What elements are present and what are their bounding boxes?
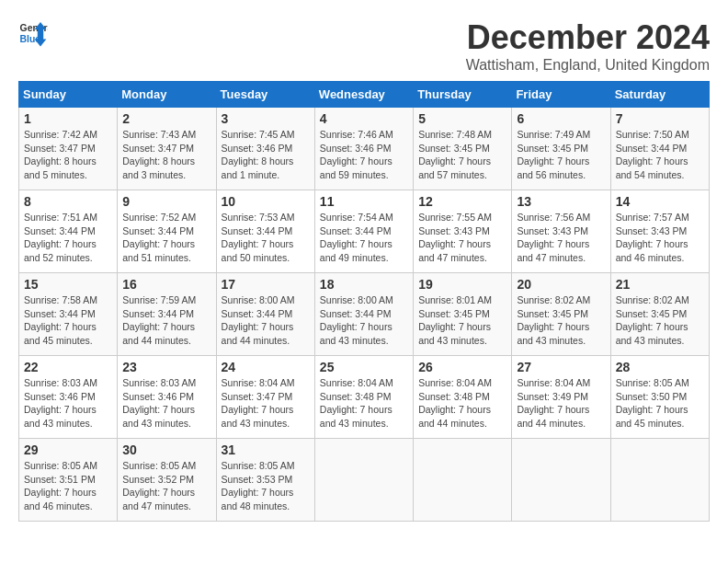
- calendar-cell: 19Sunrise: 8:01 AMSunset: 3:45 PMDayligh…: [414, 273, 512, 356]
- week-row-1: 1Sunrise: 7:42 AMSunset: 3:47 PMDaylight…: [19, 108, 710, 190]
- day-header-saturday: Saturday: [610, 82, 709, 108]
- day-number: 3: [222, 111, 310, 126]
- calendar-cell: [314, 439, 413, 522]
- day-info: Sunrise: 8:04 AMSunset: 3:48 PMDaylight:…: [320, 376, 408, 431]
- day-info: Sunrise: 7:59 AMSunset: 3:44 PMDaylight:…: [122, 293, 210, 348]
- calendar-cell: 25Sunrise: 8:04 AMSunset: 3:48 PMDayligh…: [314, 356, 413, 439]
- calendar-cell: 24Sunrise: 8:04 AMSunset: 3:47 PMDayligh…: [216, 356, 314, 439]
- week-row-4: 22Sunrise: 8:03 AMSunset: 3:46 PMDayligh…: [19, 356, 710, 439]
- day-info: Sunrise: 8:02 AMSunset: 3:45 PMDaylight:…: [616, 293, 704, 348]
- calendar-cell: 1Sunrise: 7:42 AMSunset: 3:47 PMDaylight…: [19, 108, 118, 190]
- day-header-thursday: Thursday: [414, 82, 512, 108]
- calendar-cell: 31Sunrise: 8:05 AMSunset: 3:53 PMDayligh…: [216, 439, 314, 522]
- day-number: 12: [418, 194, 506, 209]
- day-number: 18: [320, 277, 408, 292]
- month-title: December 2024: [466, 18, 710, 57]
- day-info: Sunrise: 8:05 AMSunset: 3:52 PMDaylight:…: [122, 459, 210, 513]
- day-info: Sunrise: 8:03 AMSunset: 3:46 PMDaylight:…: [24, 376, 112, 431]
- day-number: 6: [517, 111, 605, 126]
- day-info: Sunrise: 8:05 AMSunset: 3:53 PMDaylight:…: [222, 459, 310, 513]
- day-number: 27: [517, 360, 605, 374]
- calendar-cell: 11Sunrise: 7:54 AMSunset: 3:44 PMDayligh…: [314, 190, 413, 273]
- day-info: Sunrise: 7:46 AMSunset: 3:46 PMDaylight:…: [320, 128, 408, 182]
- calendar-cell: 6Sunrise: 7:49 AMSunset: 3:45 PMDaylight…: [512, 108, 610, 190]
- day-number: 13: [517, 194, 605, 209]
- day-number: 22: [24, 360, 112, 374]
- day-number: 16: [122, 277, 210, 292]
- calendar-cell: 14Sunrise: 7:57 AMSunset: 3:43 PMDayligh…: [610, 190, 709, 273]
- week-row-3: 15Sunrise: 7:58 AMSunset: 3:44 PMDayligh…: [19, 273, 710, 356]
- calendar-cell: 4Sunrise: 7:46 AMSunset: 3:46 PMDaylight…: [314, 108, 413, 190]
- day-header-sunday: Sunday: [19, 82, 118, 108]
- day-info: Sunrise: 8:00 AMSunset: 3:44 PMDaylight:…: [222, 293, 310, 348]
- day-number: 14: [616, 194, 704, 209]
- day-number: 29: [24, 442, 112, 457]
- calendar-cell: [414, 439, 512, 522]
- day-number: 25: [320, 360, 408, 374]
- day-info: Sunrise: 7:55 AMSunset: 3:43 PMDaylight:…: [418, 211, 506, 265]
- day-info: Sunrise: 7:48 AMSunset: 3:45 PMDaylight:…: [418, 128, 506, 182]
- day-number: 26: [418, 360, 506, 374]
- logo-icon: General Blue: [18, 18, 48, 48]
- day-number: 30: [122, 442, 210, 457]
- logo: General Blue: [18, 18, 48, 48]
- calendar-table: SundayMondayTuesdayWednesdayThursdayFrid…: [18, 81, 710, 522]
- calendar-cell: 28Sunrise: 8:05 AMSunset: 3:50 PMDayligh…: [610, 356, 709, 439]
- calendar-cell: 15Sunrise: 7:58 AMSunset: 3:44 PMDayligh…: [19, 273, 118, 356]
- location-subtitle: Wattisham, England, United Kingdom: [466, 57, 710, 74]
- day-number: 15: [24, 277, 112, 292]
- calendar-cell: 17Sunrise: 8:00 AMSunset: 3:44 PMDayligh…: [216, 273, 314, 356]
- day-number: 28: [616, 360, 704, 374]
- calendar-cell: 30Sunrise: 8:05 AMSunset: 3:52 PMDayligh…: [118, 439, 216, 522]
- calendar-cell: 26Sunrise: 8:04 AMSunset: 3:48 PMDayligh…: [414, 356, 512, 439]
- calendar-cell: [610, 439, 709, 522]
- day-header-friday: Friday: [512, 82, 610, 108]
- day-info: Sunrise: 7:54 AMSunset: 3:44 PMDaylight:…: [320, 211, 408, 265]
- day-info: Sunrise: 7:49 AMSunset: 3:45 PMDaylight:…: [517, 128, 605, 182]
- calendar-cell: 13Sunrise: 7:56 AMSunset: 3:43 PMDayligh…: [512, 190, 610, 273]
- calendar-cell: 21Sunrise: 8:02 AMSunset: 3:45 PMDayligh…: [610, 273, 709, 356]
- day-number: 17: [222, 277, 310, 292]
- day-number: 10: [222, 194, 310, 209]
- day-info: Sunrise: 8:04 AMSunset: 3:48 PMDaylight:…: [418, 376, 506, 431]
- day-number: 31: [222, 442, 310, 457]
- day-info: Sunrise: 8:00 AMSunset: 3:44 PMDaylight:…: [320, 293, 408, 348]
- week-row-2: 8Sunrise: 7:51 AMSunset: 3:44 PMDaylight…: [19, 190, 710, 273]
- calendar-cell: 29Sunrise: 8:05 AMSunset: 3:51 PMDayligh…: [19, 439, 118, 522]
- day-info: Sunrise: 7:50 AMSunset: 3:44 PMDaylight:…: [616, 128, 704, 182]
- day-info: Sunrise: 7:56 AMSunset: 3:43 PMDaylight:…: [517, 211, 605, 265]
- day-info: Sunrise: 7:53 AMSunset: 3:44 PMDaylight:…: [222, 211, 310, 265]
- day-header-monday: Monday: [118, 82, 216, 108]
- calendar-cell: 9Sunrise: 7:52 AMSunset: 3:44 PMDaylight…: [118, 190, 216, 273]
- day-info: Sunrise: 8:05 AMSunset: 3:50 PMDaylight:…: [616, 376, 704, 431]
- calendar-cell: 5Sunrise: 7:48 AMSunset: 3:45 PMDaylight…: [414, 108, 512, 190]
- day-header-wednesday: Wednesday: [314, 82, 413, 108]
- day-number: 21: [616, 277, 704, 292]
- day-info: Sunrise: 7:52 AMSunset: 3:44 PMDaylight:…: [122, 211, 210, 265]
- day-number: 23: [122, 360, 210, 374]
- calendar-cell: [512, 439, 610, 522]
- week-row-5: 29Sunrise: 8:05 AMSunset: 3:51 PMDayligh…: [19, 439, 710, 522]
- day-number: 20: [517, 277, 605, 292]
- calendar-cell: 7Sunrise: 7:50 AMSunset: 3:44 PMDaylight…: [610, 108, 709, 190]
- day-number: 7: [616, 111, 704, 126]
- day-number: 4: [320, 111, 408, 126]
- day-number: 1: [24, 111, 112, 126]
- day-number: 5: [418, 111, 506, 126]
- calendar-cell: 22Sunrise: 8:03 AMSunset: 3:46 PMDayligh…: [19, 356, 118, 439]
- calendar-cell: 18Sunrise: 8:00 AMSunset: 3:44 PMDayligh…: [314, 273, 413, 356]
- day-info: Sunrise: 8:05 AMSunset: 3:51 PMDaylight:…: [24, 459, 112, 513]
- title-block: December 2024 Wattisham, England, United…: [466, 18, 710, 74]
- day-info: Sunrise: 7:58 AMSunset: 3:44 PMDaylight:…: [24, 293, 112, 348]
- day-info: Sunrise: 7:57 AMSunset: 3:43 PMDaylight:…: [616, 211, 704, 265]
- calendar-cell: 2Sunrise: 7:43 AMSunset: 3:47 PMDaylight…: [118, 108, 216, 190]
- calendar-cell: 23Sunrise: 8:03 AMSunset: 3:46 PMDayligh…: [118, 356, 216, 439]
- day-info: Sunrise: 8:03 AMSunset: 3:46 PMDaylight:…: [122, 376, 210, 431]
- day-info: Sunrise: 7:43 AMSunset: 3:47 PMDaylight:…: [122, 128, 210, 182]
- day-number: 24: [222, 360, 310, 374]
- calendar-cell: 12Sunrise: 7:55 AMSunset: 3:43 PMDayligh…: [414, 190, 512, 273]
- day-number: 11: [320, 194, 408, 209]
- calendar-cell: 10Sunrise: 7:53 AMSunset: 3:44 PMDayligh…: [216, 190, 314, 273]
- day-info: Sunrise: 7:42 AMSunset: 3:47 PMDaylight:…: [24, 128, 112, 182]
- calendar-cell: 3Sunrise: 7:45 AMSunset: 3:46 PMDaylight…: [216, 108, 314, 190]
